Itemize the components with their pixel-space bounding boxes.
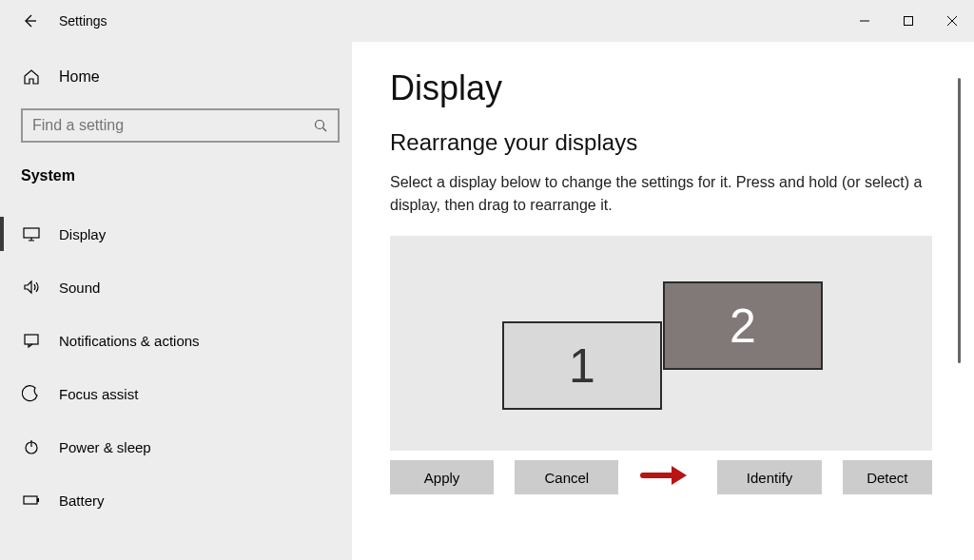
notifications-icon: [21, 330, 42, 351]
section-description: Select a display below to change the set…: [390, 171, 942, 217]
svg-point-1: [316, 121, 324, 129]
svg-rect-3: [25, 335, 38, 344]
close-button[interactable]: [930, 0, 974, 42]
home-icon: [21, 67, 42, 87]
section-heading: Rearrange your displays: [390, 129, 953, 156]
home-nav[interactable]: Home: [0, 42, 352, 103]
display-icon: [21, 223, 42, 244]
button-row: Apply Cancel Identify Detect: [390, 460, 932, 494]
identify-button[interactable]: Identify: [717, 460, 821, 494]
search-icon: [313, 118, 328, 133]
sidebar-item-label: Focus assist: [59, 386, 138, 402]
sidebar-item-label: Battery: [59, 492, 105, 509]
sidebar-item-label: Notifications & actions: [59, 333, 200, 349]
body: Home System Display: [0, 42, 974, 560]
svg-rect-2: [24, 228, 39, 238]
section-title: System: [0, 150, 352, 202]
search-input[interactable]: [32, 117, 313, 134]
svg-rect-0: [905, 17, 913, 26]
scrollbar[interactable]: [957, 68, 961, 560]
titlebar: Settings: [0, 0, 974, 42]
apply-button[interactable]: Apply: [390, 460, 494, 494]
battery-icon: [21, 490, 42, 511]
content-inner: Display Rearrange your displays Select a…: [390, 68, 953, 560]
sidebar-item-notifications[interactable]: Notifications & actions: [0, 314, 352, 367]
detect-button[interactable]: Detect: [843, 460, 932, 494]
monitor-2[interactable]: 2: [663, 281, 823, 370]
svg-rect-5: [24, 496, 37, 504]
back-button[interactable]: [21, 12, 38, 29]
content: Display Rearrange your displays Select a…: [352, 42, 974, 560]
focus-assist-icon: [21, 383, 42, 404]
maximize-button[interactable]: [886, 0, 930, 42]
monitor-2-label: 2: [730, 299, 756, 354]
power-icon: [21, 436, 42, 457]
cancel-button[interactable]: Cancel: [515, 460, 618, 494]
sidebar: Home System Display: [0, 42, 352, 560]
scrollbar-thumb[interactable]: [958, 78, 961, 363]
home-label: Home: [59, 68, 100, 86]
svg-rect-6: [37, 498, 39, 502]
search-box[interactable]: [21, 108, 340, 143]
sidebar-item-sound[interactable]: Sound: [0, 261, 352, 314]
page-title: Display: [390, 68, 953, 108]
arrow-annotation-icon: [639, 463, 691, 492]
sidebar-item-display[interactable]: Display: [0, 207, 352, 261]
settings-window: Settings Home: [0, 0, 974, 560]
sound-icon: [21, 277, 42, 298]
sidebar-item-label: Sound: [59, 280, 100, 296]
monitor-1-label: 1: [569, 338, 595, 394]
sidebar-item-label: Display: [59, 226, 106, 242]
nav-list: Display Sound Notifications & actions: [0, 207, 352, 527]
window-controls: [843, 0, 974, 42]
minimize-button[interactable]: [843, 0, 886, 42]
sidebar-item-power-sleep[interactable]: Power & sleep: [0, 420, 352, 473]
sidebar-item-battery[interactable]: Battery: [0, 473, 352, 527]
sidebar-item-focus-assist[interactable]: Focus assist: [0, 367, 352, 420]
titlebar-left: Settings: [0, 12, 107, 29]
display-arrange-canvas[interactable]: 2 1: [390, 236, 932, 451]
window-title: Settings: [59, 13, 107, 29]
monitor-1[interactable]: 1: [502, 321, 662, 410]
annotation-spacer: [639, 463, 696, 492]
sidebar-item-label: Power & sleep: [59, 439, 151, 455]
search-wrap: [21, 108, 341, 143]
